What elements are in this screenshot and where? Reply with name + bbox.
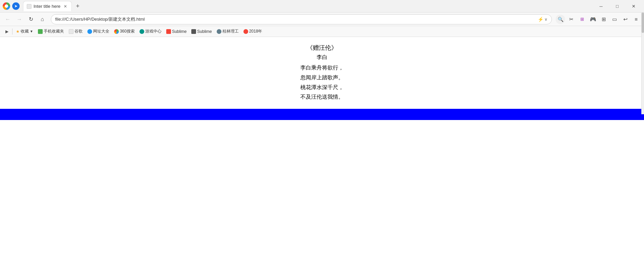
bookmarks-divider [12,28,13,35]
poem-line-2: 忽闻岸上踏歌声。 [0,73,644,83]
bookmarks-label-guilin: 桂林理工 [222,28,239,34]
bookmarks-item-360[interactable]: 360搜索 [112,27,137,36]
new-tab-button[interactable]: + [73,1,83,11]
guilin-bookmark-icon [217,29,221,34]
address-bar[interactable]: file:///C:/Users/HP/Desktop/新建文本文档.html … [51,14,552,24]
browser-nav-icon: ➤ [12,2,20,10]
bookmarks-item-sublime1[interactable]: Sublime [164,27,189,36]
poem-line-4: 不及汪伦送我情。 [0,92,644,102]
title-bar: ➤ Inter title here ✕ + ─ □ ✕ [0,0,644,13]
page-content: 《赠汪伦》 李白 李白乘舟将欲行， 忽闻岸上踏歌声。 桃花潭水深千尺， 不及汪伦… [0,37,644,240]
gamecenter-bookmark-icon [139,29,144,34]
bookmarks-label-sublime1: Sublime [172,29,187,34]
browser-frame: ➤ Inter title here ✕ + ─ □ ✕ ← → ↻ ⌂ fil… [0,0,644,37]
address-text: file:///C:/Users/HP/Desktop/新建文本文档.html [55,16,538,22]
window-controls: ─ □ ✕ [593,1,641,11]
bookmarks-item-favorites[interactable]: ★ 收藏 ▼ [14,27,35,36]
bookmarks-label-2018: 2018年 [249,28,262,34]
bookmarks-label-mobile: 手机收藏夹 [44,28,64,34]
star-icon: ★ [16,29,20,34]
netaddress-bookmark-icon [87,29,92,34]
extensions-button[interactable]: ⊞ [577,14,587,24]
bookmarks-label-360: 360搜索 [120,28,135,34]
bookmarks-label-gamecenter: 游戏中心 [145,28,162,34]
active-tab[interactable]: Inter title here ✕ [23,1,72,11]
tab-close-button[interactable]: ✕ [63,4,68,9]
search-circle-icon: 🔍 [556,15,565,24]
poem-line-3: 桃花潭水深千尺， [0,83,644,93]
sublime1-bookmark-icon [166,29,171,34]
sublime2-bookmark-icon [191,29,196,34]
bookmarks-item-google[interactable]: 谷歌 [67,27,85,36]
bookmarks-item-guilin[interactable]: 桂林理工 [215,27,241,36]
home-button[interactable]: ⌂ [37,14,47,24]
scrollbar[interactable] [641,13,644,114]
nav-right-icons: 🔍 ✂ ⊞ 🎮 ⊞ ▭ ↩ ≡ [555,14,641,24]
browser-logo-icon [3,2,10,10]
poem-title: 《赠汪伦》 [0,44,644,52]
bookmarks-item-gamecenter[interactable]: 游戏中心 [137,27,164,36]
navigation-bar: ← → ↻ ⌂ file:///C:/Users/HP/Desktop/新建文本… [0,13,644,26]
marquee-bar: 大家好，我正在学习《古诗三百首》，哈哈哈，羡慕嫉妒恨吧！ [0,109,644,120]
bookmarks-bar: ▶ ★ 收藏 ▼ 手机收藏夹 谷歌 网址大全 360搜索 游戏中心 [0,26,644,37]
address-chevron-icon[interactable]: ∨ [544,17,548,22]
close-button[interactable]: ✕ [626,1,641,11]
minimize-button[interactable]: ─ [593,1,609,11]
refresh-button[interactable]: ↻ [26,14,36,24]
search-button[interactable]: 🔍 [555,14,565,24]
poem-section: 《赠汪伦》 李白 李白乘舟将欲行， 忽闻岸上踏歌声。 桃花潭水深千尺， 不及汪伦… [0,37,644,109]
tabs-area: Inter title here ✕ + [23,1,593,11]
maximize-button[interactable]: □ [609,1,625,11]
360-bookmark-icon [114,29,119,34]
gamepad-button[interactable]: 🎮 [588,14,598,24]
mobile-bookmark-icon [38,29,43,34]
poem-line-1: 李白乘舟将欲行， [0,63,644,73]
bookmarks-label-google: 谷歌 [74,28,83,34]
bookmarks-item-sublime2[interactable]: Sublime [189,27,214,36]
tab-title: Inter title here [34,4,61,9]
scissors-button[interactable]: ✂ [566,14,576,24]
bookmarks-label-favorites: 收藏 [21,28,29,34]
bookmarks-item-2018[interactable]: 2018年 [241,27,264,36]
window-button[interactable]: ▭ [609,14,620,24]
grid-button[interactable]: ⊞ [599,14,609,24]
back-button[interactable]: ← [3,14,13,24]
year2018-bookmark-icon [243,29,248,34]
forward-button[interactable]: → [14,14,24,24]
bookmarks-item-mobile[interactable]: 手机收藏夹 [36,27,66,36]
tab-favicon-icon [27,4,31,9]
bookmarks-label-netaddress: 网址大全 [93,28,109,34]
bookmarks-toggle[interactable]: ▶ [3,27,11,36]
chevron-down-icon: ▼ [30,29,33,33]
google-bookmark-icon [69,29,73,34]
marquee-text: 大家好，我正在学习《古诗三百首》，哈哈哈，羡慕嫉妒恨吧！ [0,111,644,118]
menu-button[interactable]: ≡ [631,14,641,24]
scrollbar-thumb[interactable] [642,13,644,33]
bookmarks-item-netaddress[interactable]: 网址大全 [85,27,111,36]
bookmarks-label-sublime2: Sublime [197,29,212,34]
lightning-icon: ⚡ [538,17,543,22]
poem-author: 李白 [0,54,644,61]
undo-button[interactable]: ↩ [620,14,630,24]
